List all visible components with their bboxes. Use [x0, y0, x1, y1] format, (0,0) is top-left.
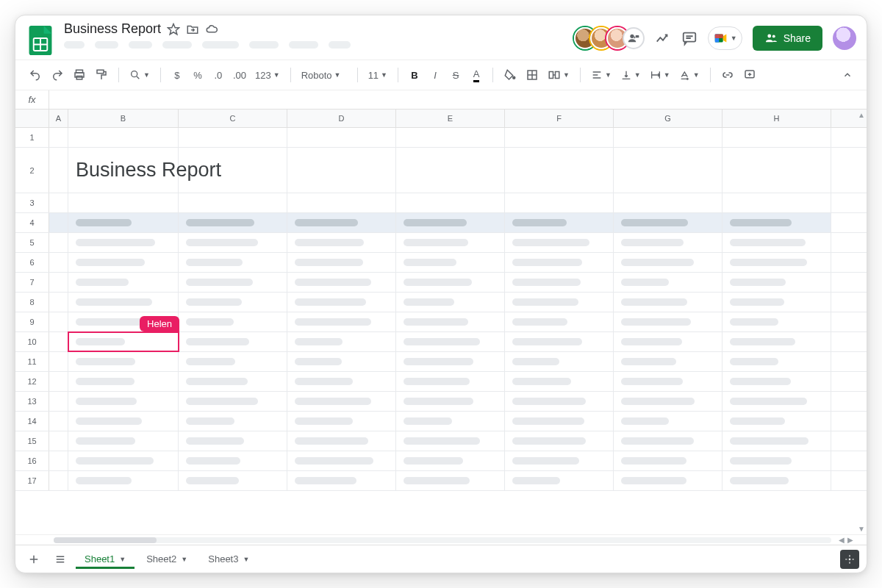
cell[interactable] — [49, 372, 68, 391]
row-header[interactable]: 12 — [15, 372, 49, 391]
cell[interactable] — [287, 451, 396, 470]
cell[interactable] — [614, 293, 723, 312]
cell[interactable] — [179, 213, 287, 232]
row-header[interactable]: 1 — [15, 128, 49, 147]
column-header-F[interactable]: F — [505, 110, 614, 127]
cell[interactable] — [49, 233, 68, 252]
row-header[interactable]: 8 — [15, 293, 49, 312]
cell[interactable] — [179, 392, 287, 411]
strikethrough-button[interactable]: S — [447, 65, 465, 85]
cell[interactable] — [287, 233, 396, 252]
column-header-E[interactable]: E — [396, 110, 505, 127]
sheet-tab[interactable]: Sheet1▼ — [76, 549, 135, 569]
cell[interactable] — [179, 372, 287, 391]
cell[interactable] — [505, 293, 614, 312]
cell[interactable] — [396, 233, 505, 252]
cell[interactable] — [179, 412, 287, 431]
explore-button[interactable] — [840, 550, 859, 569]
currency-button[interactable]: $ — [168, 65, 186, 85]
cell[interactable] — [179, 273, 287, 292]
cell[interactable] — [287, 471, 396, 490]
menu-item[interactable] — [162, 41, 192, 49]
collaborator-avatars[interactable] — [580, 27, 645, 49]
cell[interactable] — [287, 293, 396, 312]
cell[interactable] — [396, 392, 505, 411]
cell[interactable] — [287, 352, 396, 371]
cell[interactable] — [505, 312, 614, 331]
cell[interactable] — [723, 193, 831, 212]
cell[interactable] — [723, 431, 831, 451]
vertical-align-dropdown[interactable]: ▼ — [617, 65, 644, 85]
cell[interactable] — [723, 332, 831, 351]
cell[interactable] — [49, 293, 68, 312]
row-header[interactable]: 6 — [15, 253, 49, 272]
row-header[interactable]: 11 — [15, 352, 49, 371]
cell[interactable] — [396, 213, 505, 232]
cell[interactable] — [287, 312, 396, 331]
cell[interactable] — [614, 253, 723, 272]
cell[interactable] — [396, 451, 505, 470]
cell[interactable] — [68, 372, 179, 391]
cell[interactable] — [287, 148, 396, 193]
cloud-status-icon[interactable] — [205, 23, 218, 36]
cell[interactable] — [68, 293, 179, 312]
cell[interactable] — [49, 193, 68, 212]
cell[interactable] — [614, 372, 723, 391]
cell[interactable] — [396, 253, 505, 272]
sheets-logo-icon[interactable] — [26, 23, 55, 58]
cell[interactable] — [614, 233, 723, 252]
cell[interactable] — [287, 332, 396, 351]
row-header[interactable]: 3 — [15, 193, 49, 212]
row-header[interactable]: 13 — [15, 392, 49, 411]
menu-item[interactable] — [95, 41, 118, 49]
activity-trend-icon[interactable] — [655, 30, 671, 46]
cell[interactable] — [723, 293, 831, 312]
menu-item[interactable] — [202, 41, 239, 49]
row-header[interactable]: 17 — [15, 471, 49, 490]
cell[interactable] — [505, 412, 614, 431]
fill-color-button[interactable] — [501, 65, 520, 85]
cell[interactable] — [287, 412, 396, 431]
vertical-scrollbar[interactable]: ▲▼ — [856, 110, 867, 534]
cell[interactable] — [68, 451, 179, 470]
cell[interactable] — [614, 312, 723, 331]
cell[interactable] — [179, 312, 287, 331]
cell[interactable] — [396, 128, 505, 147]
cell[interactable] — [68, 253, 179, 272]
meet-button[interactable]: ▼ — [708, 26, 742, 50]
cell[interactable] — [49, 273, 68, 292]
cell[interactable] — [723, 253, 831, 272]
menu-item[interactable] — [249, 41, 279, 49]
cell[interactable] — [396, 148, 505, 193]
cell[interactable] — [68, 213, 179, 232]
menu-item[interactable] — [289, 41, 318, 49]
cell[interactable] — [179, 128, 287, 147]
cell[interactable] — [49, 451, 68, 470]
cell[interactable] — [723, 471, 831, 490]
cell[interactable] — [505, 471, 614, 490]
menu-item[interactable] — [129, 41, 152, 49]
anonymous-avatar[interactable] — [623, 27, 645, 49]
horizontal-align-dropdown[interactable]: ▼ — [588, 65, 614, 85]
add-sheet-button[interactable] — [23, 548, 45, 570]
borders-button[interactable] — [523, 65, 542, 85]
sheet-tab[interactable]: Sheet2▼ — [137, 549, 196, 569]
row-header[interactable]: 7 — [15, 273, 49, 292]
sheet-tab[interactable]: Sheet3▼ — [199, 549, 258, 569]
cell[interactable] — [723, 451, 831, 470]
cell[interactable] — [396, 193, 505, 212]
column-header-C[interactable]: C — [179, 110, 287, 127]
cell[interactable] — [614, 148, 723, 193]
cell[interactable] — [614, 128, 723, 147]
cell[interactable] — [49, 312, 68, 331]
menu-item[interactable] — [329, 41, 351, 49]
row-header[interactable]: 16 — [15, 451, 49, 470]
cell[interactable] — [505, 213, 614, 232]
cell[interactable] — [49, 352, 68, 371]
cell[interactable] — [614, 412, 723, 431]
menu-item[interactable] — [64, 41, 85, 49]
insert-comment-button[interactable] — [740, 65, 759, 85]
cell[interactable] — [179, 253, 287, 272]
undo-button[interactable] — [26, 65, 45, 85]
cell[interactable] — [287, 273, 396, 292]
